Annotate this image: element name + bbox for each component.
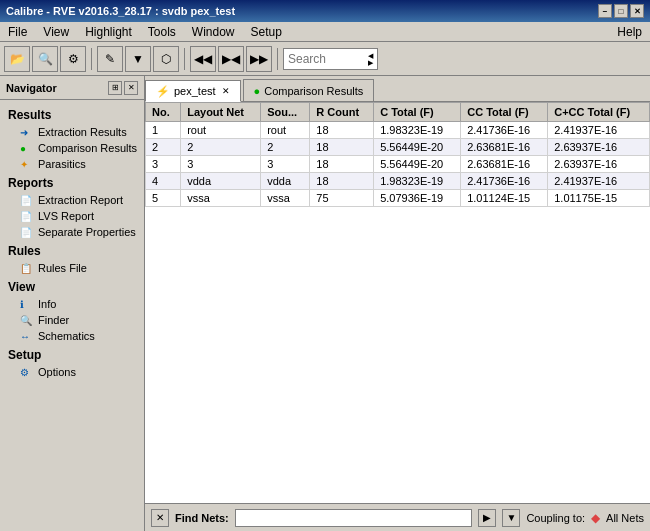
table-cell-3-2: vdda (261, 173, 310, 190)
table-cell-2-0: 3 (146, 156, 181, 173)
menu-help[interactable]: Help (613, 24, 646, 40)
info-icon: ℹ (20, 299, 34, 310)
table-cell-3-1: vdda (181, 173, 261, 190)
parasitics-label: Parasitics (38, 158, 86, 170)
bottom-bar: ✕ Find Nets: ▶ ▼ Coupling to: ◆ All Nets (145, 503, 650, 531)
all-nets-label: All Nets (606, 512, 644, 524)
table-cell-4-5: 1.01124E-15 (461, 190, 548, 207)
nav-item-comparison-results[interactable]: ● Comparison Results (0, 140, 144, 156)
table-row[interactable]: 4vddavdda181.98323E-192.41736E-162.41937… (146, 173, 650, 190)
table-row[interactable]: 222185.56449E-202.63681E-162.63937E-16 (146, 139, 650, 156)
nav-section-reports: Reports (0, 172, 144, 192)
pex-test-tab-close[interactable]: ✕ (222, 86, 230, 96)
toolbar-separator-3 (277, 48, 278, 70)
table-cell-4-2: vssa (261, 190, 310, 207)
toolbar-edit-button[interactable]: ✎ (97, 46, 123, 72)
table-cell-1-0: 2 (146, 139, 181, 156)
find-nets-input[interactable] (235, 509, 473, 527)
extraction-report-icon: 📄 (20, 195, 34, 206)
comparison-results-icon: ● (20, 143, 34, 154)
coupling-label: Coupling to: (526, 512, 585, 524)
table-row[interactable]: 1routrout181.98323E-192.41736E-162.41937… (146, 122, 650, 139)
nav-section-view: View (0, 276, 144, 296)
table-cell-2-2: 3 (261, 156, 310, 173)
extraction-results-label: Extraction Results (38, 126, 127, 138)
results-table: No. Layout Net Sou... R Count C Total (F… (145, 102, 650, 207)
schematics-icon: ↔ (20, 331, 34, 342)
table-cell-2-6: 2.63937E-16 (548, 156, 650, 173)
nav-item-rules-file[interactable]: 📋 Rules File (0, 260, 144, 276)
toolbar-settings-button[interactable]: ⚙ (60, 46, 86, 72)
nav-item-extraction-results[interactable]: ➜ Extraction Results (0, 124, 144, 140)
menu-file[interactable]: File (4, 24, 31, 40)
search-arrow-left[interactable]: ◀ (368, 52, 373, 59)
navigator-title: Navigator (6, 82, 57, 94)
table-cell-4-3: 75 (310, 190, 374, 207)
menu-window[interactable]: Window (188, 24, 239, 40)
nav-item-lvs-report[interactable]: 📄 LVS Report (0, 208, 144, 224)
search-arrows: ◀ ▶ (368, 52, 373, 66)
nav-item-finder[interactable]: 🔍 Finder (0, 312, 144, 328)
find-nets-toggle-button[interactable]: ✕ (151, 509, 169, 527)
toolbar: 📂 🔍 ⚙ ✎ ▼ ⬡ ◀◀ ▶◀ ▶▶ ◀ ▶ (0, 42, 650, 76)
toolbar-nav-center-button[interactable]: ▶◀ (218, 46, 244, 72)
coupling-diamond-icon: ◆ (591, 511, 600, 525)
toolbar-prev-prev-button[interactable]: ◀◀ (190, 46, 216, 72)
nav-item-extraction-report[interactable]: 📄 Extraction Report (0, 192, 144, 208)
col-c-cc-total: C+CC Total (F) (548, 103, 650, 122)
table-cell-1-6: 2.63937E-16 (548, 139, 650, 156)
toolbar-search-button[interactable]: 🔍 (32, 46, 58, 72)
menu-tools[interactable]: Tools (144, 24, 180, 40)
close-button[interactable]: ✕ (630, 4, 644, 18)
table-container: No. Layout Net Sou... R Count C Total (F… (145, 102, 650, 503)
rules-file-label: Rules File (38, 262, 87, 274)
navigator-panel: Navigator ⊞ ✕ Results ➜ Extraction Resul… (0, 76, 145, 531)
table-row[interactable]: 333185.56449E-202.63681E-162.63937E-16 (146, 156, 650, 173)
table-cell-4-1: vssa (181, 190, 261, 207)
navigator-header: Navigator ⊞ ✕ (0, 76, 144, 100)
toolbar-hex-button[interactable]: ⬡ (153, 46, 179, 72)
pex-test-tab-icon: ⚡ (156, 85, 170, 98)
rules-file-icon: 📋 (20, 263, 34, 274)
search-arrow-right[interactable]: ▶ (368, 59, 373, 66)
tab-comparison-results[interactable]: ● Comparison Results (243, 79, 375, 101)
separate-properties-label: Separate Properties (38, 226, 136, 238)
table-cell-0-2: rout (261, 122, 310, 139)
extraction-results-icon: ➜ (20, 127, 34, 138)
table-cell-2-5: 2.63681E-16 (461, 156, 548, 173)
nav-section-results: Results (0, 104, 144, 124)
toolbar-group-2: ✎ ▼ ⬡ (97, 46, 179, 72)
navigator-close-button[interactable]: ✕ (124, 81, 138, 95)
navigator-float-button[interactable]: ⊞ (108, 81, 122, 95)
nav-item-separate-properties[interactable]: 📄 Separate Properties (0, 224, 144, 240)
nav-item-options[interactable]: ⚙ Options (0, 364, 144, 380)
app-title: Calibre - RVE v2016.3_28.17 : svdb pex_t… (6, 5, 235, 17)
minimize-button[interactable]: − (598, 4, 612, 18)
menu-highlight[interactable]: Highlight (81, 24, 136, 40)
title-bar: Calibre - RVE v2016.3_28.17 : svdb pex_t… (0, 0, 650, 22)
table-row[interactable]: 5vssavssa755.07936E-191.01124E-151.01175… (146, 190, 650, 207)
nav-item-schematics[interactable]: ↔ Schematics (0, 328, 144, 344)
toolbar-filter-button[interactable]: ▼ (125, 46, 151, 72)
toolbar-open-button[interactable]: 📂 (4, 46, 30, 72)
nav-item-info[interactable]: ℹ Info (0, 296, 144, 312)
search-input[interactable] (288, 52, 368, 66)
table-header-row: No. Layout Net Sou... R Count C Total (F… (146, 103, 650, 122)
find-nets-dropdown-button[interactable]: ▼ (502, 509, 520, 527)
find-nets-go-button[interactable]: ▶ (478, 509, 496, 527)
tab-pex-test[interactable]: ⚡ pex_test ✕ (145, 80, 241, 102)
lvs-report-label: LVS Report (38, 210, 94, 222)
col-r-count: R Count (310, 103, 374, 122)
col-layout-net: Layout Net (181, 103, 261, 122)
nav-tree: Results ➜ Extraction Results ● Compariso… (0, 100, 144, 531)
nav-item-parasitics[interactable]: ✦ Parasitics (0, 156, 144, 172)
pex-test-tab-label: pex_test (174, 85, 216, 97)
table-cell-3-3: 18 (310, 173, 374, 190)
toolbar-next-next-button[interactable]: ▶▶ (246, 46, 272, 72)
maximize-button[interactable]: □ (614, 4, 628, 18)
comparison-tab-label: Comparison Results (264, 85, 363, 97)
menu-setup[interactable]: Setup (247, 24, 286, 40)
options-icon: ⚙ (20, 367, 34, 378)
menu-view[interactable]: View (39, 24, 73, 40)
lvs-report-icon: 📄 (20, 211, 34, 222)
